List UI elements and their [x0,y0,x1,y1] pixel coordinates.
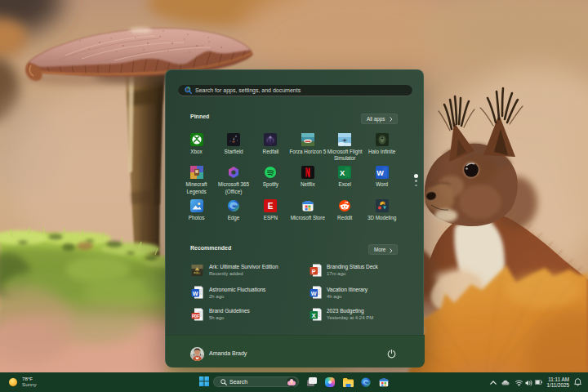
svg-text:PDF: PDF [192,314,199,318]
svg-text:W: W [192,290,198,297]
svg-text:E: E [268,201,274,210]
svg-text:W: W [310,290,316,297]
svg-text:P: P [311,267,315,274]
svg-text:X: X [311,311,315,318]
svg-text:W: W [376,169,384,177]
svg-text:X: X [340,168,345,177]
